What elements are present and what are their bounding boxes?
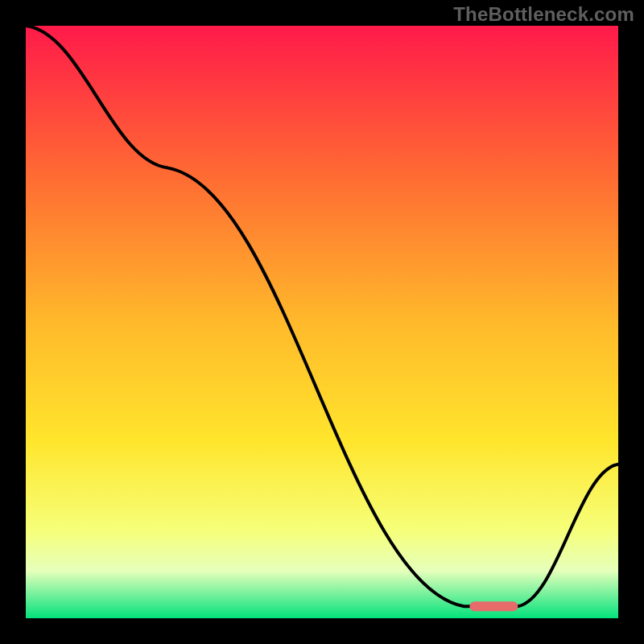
chart-frame: TheBottleneck.com: [0, 0, 644, 644]
plot-area: [26, 26, 618, 618]
gradient-background: [26, 26, 618, 618]
svg-rect-0: [469, 601, 518, 611]
watermark-text: TheBottleneck.com: [453, 3, 634, 26]
optimum-marker: [469, 601, 518, 611]
chart-svg: [26, 26, 618, 618]
